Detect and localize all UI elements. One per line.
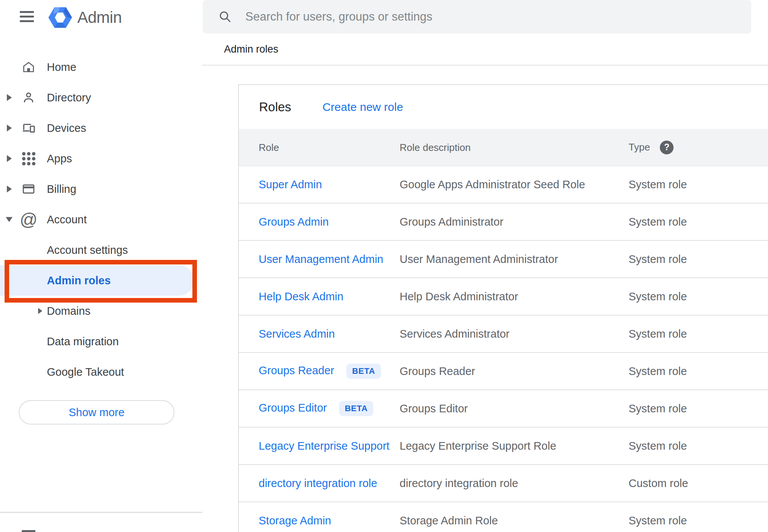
sidebar-item-label: Domains [47,305,90,317]
sidebar-item-data-migration[interactable]: Data migration [0,326,202,357]
sidebar-item-account[interactable]: @ Account [0,204,202,235]
sidebar-item-label: Data migration [47,335,119,348]
beta-badge: BETA [346,364,381,379]
card-title: Roles [259,100,291,114]
sidebar-item-directory[interactable]: Directory [0,82,202,113]
role-link[interactable]: User Management Admin [259,253,383,265]
role-description: Groups Administrator [400,216,503,228]
sidebar-item-label: Directory [47,91,91,104]
role-link[interactable]: Groups Admin [259,216,329,228]
admin-console: Admin Home [0,0,768,532]
column-header-type-label: Type [629,141,650,153]
sidebar-item-label: Devices [47,122,86,135]
search-icon [218,10,232,24]
role-description: Legacy Enterprise Support Role [400,440,556,452]
sidebar-footer-icon [22,530,35,532]
table-row: Help Desk Admin Help Desk Administrator … [239,278,768,316]
column-header-description: Role description [400,141,470,153]
role-description: Help Desk Administrator [400,290,518,303]
sidebar-item-apps[interactable]: Apps [0,143,202,174]
chevron-right-icon[interactable] [7,186,12,192]
sidebar-item-google-takeout[interactable]: Google Takeout [0,357,202,387]
sidebar-item-label: Home [47,61,76,74]
role-description: directory integration role [400,477,518,490]
sidebar-item-label: Account settings [47,244,128,256]
role-link[interactable]: Services Admin [259,328,335,340]
table-row: User Management Admin User Management Ad… [239,241,768,278]
breadcrumb: Admin roles [224,43,278,55]
role-link[interactable]: Groups Editor [259,402,327,414]
devices-icon [21,121,36,135]
role-link[interactable]: Storage Admin [259,514,331,527]
role-type: System role [629,402,687,415]
table-row: Groups Editor BETA Groups Editor System … [239,390,768,428]
search-input[interactable] [245,10,740,24]
apps-grid-icon [21,151,36,166]
help-icon[interactable]: ? [660,141,674,154]
chevron-down-icon[interactable] [6,217,13,222]
chevron-right-icon[interactable] [7,155,12,162]
sidebar-item-label: Apps [47,152,72,165]
at-sign-icon: @ [21,212,36,227]
sidebar-nav: Home Directory [0,52,202,387]
logo-text: Admin [77,8,122,27]
sidebar-item-admin-roles[interactable]: Admin roles [0,265,202,296]
role-type: System role [629,178,687,191]
hamburger-menu-icon[interactable] [20,11,34,22]
role-link[interactable]: Help Desk Admin [259,290,343,303]
role-link[interactable]: directory integration role [259,477,377,489]
role-type: System role [629,365,687,378]
role-link[interactable]: Super Admin [259,178,322,191]
admin-logo: Admin [48,5,122,30]
role-description: Groups Editor [400,402,468,415]
admin-hexagon-icon [48,7,72,28]
sidebar-item-domains[interactable]: Domains [0,296,202,326]
role-type: System role [629,328,687,340]
column-header-role: Role [259,141,279,153]
chevron-right-icon[interactable] [38,308,42,314]
breadcrumb-bar: Admin roles [202,34,768,66]
roles-card-header: Roles Create new role [239,85,768,129]
role-description: Groups Reader [400,365,475,378]
sidebar-item-home[interactable]: Home [0,52,202,82]
roles-card: Roles Create new role Role Role descript… [238,84,768,532]
show-more-button[interactable]: Show more [19,400,174,425]
sidebar-item-billing[interactable]: Billing [0,174,202,204]
table-row: Services Admin Services Administrator Sy… [239,316,768,353]
table-row: Legacy Enterprise Support Legacy Enterpr… [239,428,768,465]
chevron-right-icon[interactable] [7,125,12,131]
table-row: Super Admin Google Apps Administrator Se… [239,166,768,204]
sidebar: Admin Home [0,0,202,532]
role-description: Storage Admin Role [400,514,498,527]
sidebar-item-label: Billing [47,183,76,195]
beta-badge: BETA [339,401,373,416]
sidebar-item-label: Google Takeout [47,366,124,378]
sidebar-footer-divider [0,512,202,513]
role-type: System role [629,514,687,527]
home-icon [21,60,36,74]
create-new-role-link[interactable]: Create new role [322,101,403,114]
role-description: Google Apps Administrator Seed Role [400,178,585,191]
table-header-row: Role Role description Type ? [239,129,768,166]
role-description: User Management Administrator [400,253,558,266]
role-type: System role [629,440,687,452]
role-link[interactable]: Groups Reader [259,364,334,377]
credit-card-icon [21,182,36,196]
table-row: directory integration role directory int… [239,465,768,502]
chevron-right-icon[interactable] [7,94,12,101]
table-row: Groups Admin Groups Administrator System… [239,204,768,241]
sidebar-item-label: Admin roles [47,274,111,287]
table-row: Groups Reader BETA Groups Reader System … [239,353,768,390]
search-bar[interactable] [203,0,751,34]
role-link[interactable]: Legacy Enterprise Support [259,440,389,452]
role-type: System role [629,216,687,228]
person-icon [21,90,36,105]
column-header-type: Type ? [629,141,674,154]
role-type: System role [629,290,687,303]
table-row: Storage Admin Storage Admin Role System … [239,502,768,532]
role-type: System role [629,253,687,266]
sidebar-item-devices[interactable]: Devices [0,113,202,143]
role-type: Custom role [629,477,688,490]
sidebar-item-account-settings[interactable]: Account settings [0,235,202,265]
role-description: Services Administrator [400,328,510,340]
